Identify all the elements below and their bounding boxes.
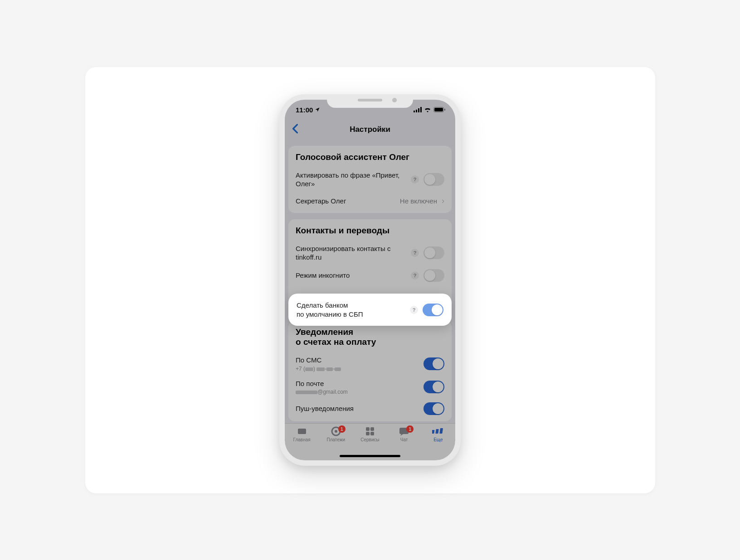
tab-label: Сервисы [360, 437, 379, 442]
badge-chat: 1 [406, 425, 414, 433]
label-line: Сделать банком [297, 301, 348, 309]
badge-payments: 1 [338, 425, 346, 433]
toggle-activate-phrase[interactable] [424, 173, 444, 186]
title-line: о счетах на оплату [296, 337, 376, 347]
toggle-sbp-default[interactable] [423, 304, 443, 316]
row-label: Секретарь Олег [296, 197, 396, 206]
svg-rect-15 [432, 430, 434, 434]
help-icon[interactable]: ? [411, 271, 419, 280]
svg-rect-16 [436, 429, 439, 434]
services-icon [364, 426, 376, 436]
row-label: По СМС [296, 356, 341, 365]
title-line: Уведомления [296, 327, 353, 337]
row-sync-contacts: Синхронизировать контакты с tinkoff.ru ? [296, 241, 444, 266]
svg-rect-10 [366, 427, 370, 431]
help-icon[interactable]: ? [411, 249, 419, 257]
row-sbp-default-bank: Сделать банком по умолчанию в СБП ? [288, 294, 452, 326]
phone-screen: 11:00 [285, 100, 455, 460]
tab-bar: Главная 1 Платежи Сервисы 1 [285, 423, 455, 460]
help-icon[interactable]: ? [410, 306, 418, 314]
mockup-card: 11:00 [85, 67, 655, 493]
tab-label: Платежи [327, 437, 346, 442]
row-sms: По СМС +7 () -- [296, 352, 444, 376]
cellular-signal-icon [414, 106, 422, 114]
row-sub-email: @gmail.com [296, 389, 348, 395]
svg-point-9 [335, 430, 337, 433]
toggle-push[interactable] [424, 402, 444, 415]
tab-more[interactable]: Еще [422, 426, 454, 460]
svg-rect-3 [420, 107, 422, 112]
svg-rect-5 [434, 108, 443, 111]
row-label: Синхронизировать контакты с tinkoff.ru [296, 244, 407, 262]
tab-label: Чат [400, 437, 408, 442]
tab-home[interactable]: Главная [286, 426, 318, 460]
phone-notch [327, 94, 413, 108]
status-time: 11:00 [296, 106, 313, 114]
phone-suffix: ) [313, 366, 315, 372]
row-sub-phone: +7 () -- [296, 366, 341, 372]
wifi-icon [424, 106, 431, 114]
phone-frame: 11:00 [279, 94, 461, 466]
label-line: по умолчанию в СБП [297, 310, 363, 318]
svg-rect-6 [444, 109, 445, 111]
svg-rect-0 [414, 111, 415, 112]
phone-prefix: +7 ( [296, 366, 305, 372]
more-icon [432, 426, 444, 436]
tab-label: Главная [293, 437, 311, 442]
row-label: Режим инкогнито [296, 271, 407, 280]
status-left: 11:00 [296, 106, 320, 114]
row-value: Не включен [400, 197, 437, 205]
svg-rect-12 [366, 432, 370, 435]
svg-rect-2 [418, 108, 419, 112]
row-label: Сделать банком по умолчанию в СБП [297, 301, 410, 319]
row-label: Пуш-уведомления [296, 404, 420, 413]
svg-rect-17 [440, 428, 443, 434]
svg-rect-7 [298, 429, 306, 434]
location-arrow-icon [315, 106, 320, 114]
chevron-right-icon: › [442, 196, 444, 206]
section-voice-assistant: Голосовой ассистент Олег Активировать по… [288, 146, 452, 213]
toggle-incognito[interactable] [424, 269, 444, 282]
section-title-notifications: Уведомления о счетах на оплату [296, 327, 444, 348]
status-right [414, 106, 445, 114]
svg-rect-13 [370, 432, 374, 435]
row-incognito: Режим инкогнито ? [296, 266, 444, 285]
row-label: По почте [296, 379, 348, 388]
svg-rect-11 [370, 427, 374, 431]
toggle-email[interactable] [424, 381, 444, 393]
section-title-assistant: Голосовой ассистент Олег [296, 152, 444, 163]
home-icon [296, 426, 308, 436]
row-push: Пуш-уведомления [296, 399, 444, 419]
help-icon[interactable]: ? [411, 175, 419, 183]
row-secretary[interactable]: Секретарь Олег Не включен › [296, 192, 444, 210]
nav-bar: Настройки [285, 120, 455, 140]
row-activate-phrase: Активировать по фразе «Привет, Олег» ? [296, 167, 444, 192]
row-email: По почте @gmail.com [296, 376, 444, 399]
section-notifications: Уведомления о счетах на оплату По СМС +7… [288, 321, 452, 422]
email-domain: @gmail.com [317, 389, 348, 395]
section-title-contacts: Контакты и переводы [296, 226, 444, 236]
tab-label: Еще [433, 437, 443, 442]
toggle-sync-contacts[interactable] [424, 246, 444, 259]
svg-rect-1 [416, 110, 417, 112]
battery-icon [433, 106, 445, 114]
toggle-sms[interactable] [424, 357, 444, 370]
row-label: Активировать по фразе «Привет, Олег» [296, 171, 407, 188]
page-title: Настройки [285, 125, 455, 134]
home-indicator[interactable] [340, 455, 400, 457]
